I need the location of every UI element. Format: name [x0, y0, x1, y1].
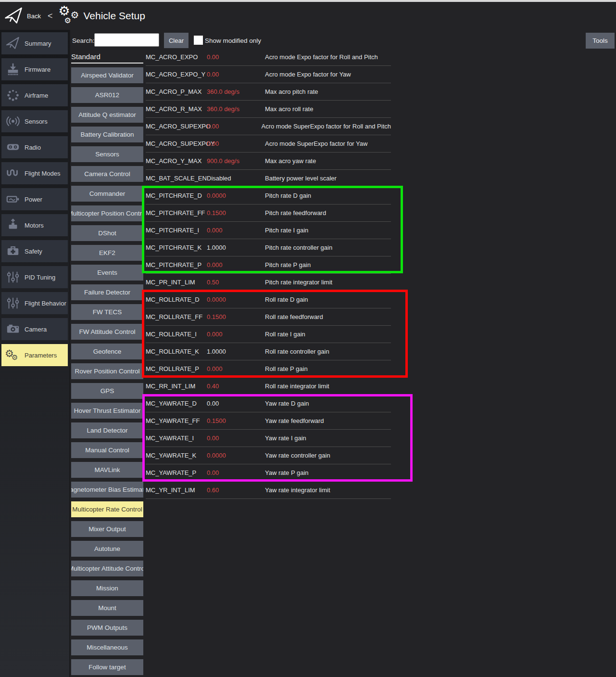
- sidebar-item[interactable]: Power: [1, 188, 68, 210]
- param-row[interactable]: MC_ROLLRATE_K 1.0000 Roll rate controlle…: [146, 343, 391, 360]
- param-value: 0.50: [207, 279, 265, 286]
- group-button[interactable]: DShot: [71, 225, 143, 241]
- sidebar-item[interactable]: ⚙⚙ Parameters: [1, 344, 68, 366]
- group-button[interactable]: Failure Detector: [71, 284, 143, 300]
- param-row[interactable]: MC_BAT_SCALE_EN Disabled Battery power l…: [146, 170, 391, 187]
- param-row[interactable]: MC_ACRO_EXPO_Y 0.00 Acro mode Expo facto…: [146, 66, 391, 83]
- group-button[interactable]: Mission: [71, 580, 143, 596]
- param-value: 0.0000: [207, 296, 265, 303]
- breadcrumb-chevron: <: [48, 11, 53, 21]
- sidebar-item[interactable]: Flight Behavior: [1, 292, 68, 314]
- group-button-label: Airspeed Validator: [81, 72, 133, 79]
- group-button[interactable]: MAVLink: [71, 462, 143, 478]
- param-row[interactable]: MC_PR_INT_LIM 0.50 Pitch rate integrator…: [146, 274, 391, 291]
- param-description: Pitch rate integrator limit: [265, 279, 391, 286]
- back-button[interactable]: Back: [27, 13, 41, 20]
- tools-button[interactable]: Tools: [586, 33, 615, 49]
- sidebar-item[interactable]: Summary: [1, 32, 68, 54]
- sidebar-item[interactable]: Sensors: [1, 110, 68, 132]
- param-row[interactable]: MC_YAWRATE_I 0.00 Yaw rate I gain: [146, 430, 391, 447]
- group-button[interactable]: FW Attitude Control: [71, 324, 143, 340]
- param-name: MC_PITCHRATE_P: [146, 261, 207, 268]
- group-button[interactable]: Magnetometer Bias Estimator: [71, 482, 143, 498]
- sidebar-item[interactable]: Firmware: [1, 58, 68, 80]
- group-button-label: Rover Position Control: [75, 368, 139, 375]
- param-row[interactable]: MC_PITCHRATE_FF 0.1500 Pitch rate feedfo…: [146, 204, 391, 222]
- param-row[interactable]: MC_YAWRATE_FF 0.1500 Yaw rate feedforwar…: [146, 412, 391, 430]
- group-button[interactable]: Autotune: [71, 541, 143, 557]
- param-row[interactable]: MC_YAWRATE_K 0.0000 Yaw rate controller …: [146, 447, 391, 464]
- group-button[interactable]: Sensors: [71, 146, 143, 162]
- param-row[interactable]: MC_ACRO_SUPEXPOY 0.00 Acro mode SuperExp…: [146, 135, 391, 153]
- group-button[interactable]: Attitude Q estimator: [71, 107, 143, 123]
- group-button[interactable]: Land Detector: [71, 422, 143, 438]
- param-value: 0.000: [207, 365, 265, 372]
- group-button[interactable]: ASR012: [71, 87, 143, 103]
- param-row[interactable]: MC_ROLLRATE_I 0.000 Roll rate I gain: [146, 326, 391, 343]
- header-bar: Back < ⚙⚙⚙ Vehicle Setup: [0, 2, 616, 30]
- group-button[interactable]: Airspeed Validator: [71, 67, 143, 83]
- group-button-label: FW Attitude Control: [79, 328, 135, 335]
- vehicle-setup-window: Back < ⚙⚙⚙ Vehicle Setup Summary Firmwar…: [0, 0, 616, 677]
- param-row[interactable]: MC_YR_INT_LIM 0.60 Yaw rate integrator l…: [146, 482, 391, 499]
- sidebar-item[interactable]: Camera: [1, 318, 68, 340]
- group-button[interactable]: Battery Calibration: [71, 127, 143, 142]
- param-row[interactable]: MC_ACRO_R_MAX 360.0 deg/s Max acro roll …: [146, 101, 391, 118]
- clear-button[interactable]: Clear: [164, 33, 189, 48]
- param-row[interactable]: MC_YAWRATE_D 0.00 Yaw rate D gain: [146, 395, 391, 412]
- sidebar-item[interactable]: Flight Modes: [1, 162, 68, 184]
- sidebar-item[interactable]: Motors: [1, 214, 68, 236]
- group-button[interactable]: Manual Control: [71, 442, 143, 458]
- group-button[interactable]: Multicopter Position Control: [71, 205, 143, 221]
- group-button[interactable]: Mixer Output: [71, 521, 143, 537]
- sidebar-item[interactable]: PID Tuning: [1, 266, 68, 288]
- group-button[interactable]: Multicopter Rate Control: [71, 501, 143, 517]
- group-button[interactable]: Camera Control: [71, 166, 143, 182]
- sidebar-item-label: Parameters: [25, 352, 57, 359]
- sidebar-item[interactable]: Radio: [1, 136, 68, 158]
- group-button[interactable]: GPS: [71, 383, 143, 399]
- param-description: Yaw rate integrator limit: [265, 486, 391, 494]
- param-row[interactable]: MC_PITCHRATE_P 0.000 Pitch rate P gain: [146, 256, 391, 274]
- param-name: MC_ROLLRATE_FF: [146, 313, 207, 320]
- param-row[interactable]: MC_ACRO_Y_MAX 900.0 deg/s Max acro yaw r…: [146, 153, 391, 170]
- group-button[interactable]: FW TECS: [71, 304, 143, 320]
- group-button-label: EKF2: [99, 249, 115, 256]
- group-button[interactable]: Rover Position Control: [71, 363, 143, 379]
- param-description: Acro mode Expo factor for Roll and Pitch: [265, 53, 391, 61]
- param-row[interactable]: MC_ACRO_SUPEXPO 0.00 Acro mode SuperExpo…: [146, 118, 391, 135]
- group-button[interactable]: Miscellaneous: [71, 639, 143, 655]
- group-button[interactable]: Events: [71, 265, 143, 281]
- param-row[interactable]: MC_PITCHRATE_I 0.000 Pitch rate I gain: [146, 222, 391, 239]
- sidebar-item[interactable]: Airframe: [1, 84, 68, 106]
- group-button-label: Attitude Q estimator: [78, 111, 136, 118]
- search-input[interactable]: [94, 33, 159, 47]
- group-button[interactable]: EKF2: [71, 245, 143, 261]
- group-button[interactable]: Geofence: [71, 344, 143, 359]
- group-button[interactable]: Follow target: [71, 659, 143, 675]
- group-button[interactable]: Commander: [71, 186, 143, 202]
- group-button[interactable]: PWM Outputs: [71, 620, 143, 636]
- sensors-signal-icon: [1, 114, 25, 128]
- sidebar-item[interactable]: Safety: [1, 240, 68, 262]
- group-button[interactable]: Hover Thrust Estimator: [71, 403, 143, 419]
- group-button-label: Failure Detector: [84, 289, 130, 296]
- param-row[interactable]: MC_ACRO_EXPO 0.00 Acro mode Expo factor …: [146, 49, 391, 66]
- param-name: MC_ACRO_P_MAX: [146, 88, 207, 95]
- qgc-plane-icon: [4, 6, 24, 26]
- param-name: MC_ACRO_R_MAX: [146, 105, 207, 113]
- param-row[interactable]: MC_ROLLRATE_D 0.0000 Roll rate D gain: [146, 291, 391, 308]
- param-row[interactable]: MC_YAWRATE_P 0.00 Yaw rate P gain: [146, 464, 391, 482]
- sidebar-item-label: Flight Behavior: [25, 300, 66, 307]
- group-button-label: Autotune: [94, 545, 120, 552]
- param-row[interactable]: MC_ACRO_P_MAX 360.0 deg/s Max acro pitch…: [146, 83, 391, 101]
- param-row[interactable]: MC_RR_INT_LIM 0.40 Roll rate integrator …: [146, 378, 391, 395]
- param-description: Max acro pitch rate: [265, 88, 391, 95]
- param-row[interactable]: MC_ROLLRATE_P 0.000 Roll rate P gain: [146, 360, 391, 378]
- group-button[interactable]: Mount: [71, 600, 143, 616]
- param-row[interactable]: MC_PITCHRATE_D 0.0000 Pitch rate D gain: [146, 187, 391, 204]
- show-modified-checkbox[interactable]: [194, 36, 203, 45]
- group-button[interactable]: Multicopter Attitude Control: [71, 561, 143, 576]
- param-row[interactable]: MC_ROLLRATE_FF 0.1500 Roll rate feedforw…: [146, 308, 391, 326]
- param-row[interactable]: MC_PITCHRATE_K 1.0000 Pitch rate control…: [146, 239, 391, 256]
